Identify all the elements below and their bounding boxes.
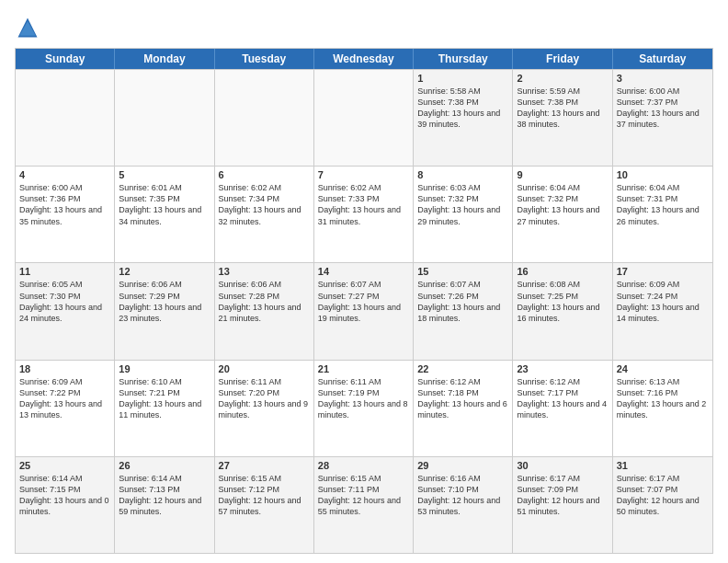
calendar-cell: 4 Sunrise: 6:00 AM Sunset: 7:36 PM Dayli… <box>16 167 115 262</box>
calendar-cell: 6 Sunrise: 6:02 AM Sunset: 7:34 PM Dayli… <box>215 167 314 262</box>
day-number: 20 <box>219 363 310 374</box>
calendar-cell: 18 Sunrise: 6:09 AM Sunset: 7:22 PM Dayl… <box>16 361 115 456</box>
calendar-cell: 9 Sunrise: 6:04 AM Sunset: 7:32 PM Dayli… <box>513 167 612 262</box>
cell-info: Sunrise: 6:00 AM Sunset: 7:37 PM Dayligh… <box>617 86 709 131</box>
calendar-cell: 30 Sunrise: 6:17 AM Sunset: 7:09 PM Dayl… <box>513 457 612 553</box>
cell-info: Sunrise: 6:01 AM Sunset: 7:35 PM Dayligh… <box>119 182 210 227</box>
cell-info: Sunrise: 6:12 AM Sunset: 7:18 PM Dayligh… <box>417 376 508 421</box>
day-number: 4 <box>19 169 110 180</box>
day-number: 21 <box>318 363 409 374</box>
calendar-cell: 22 Sunrise: 6:12 AM Sunset: 7:18 PM Dayl… <box>414 361 513 456</box>
day-number: 7 <box>318 169 409 180</box>
cell-info: Sunrise: 6:14 AM Sunset: 7:15 PM Dayligh… <box>19 473 110 518</box>
day-number: 26 <box>119 460 210 471</box>
calendar-cell: 11 Sunrise: 6:05 AM Sunset: 7:30 PM Dayl… <box>16 263 115 359</box>
page: SundayMondayTuesdayWednesdayThursdayFrid… <box>0 0 728 563</box>
day-number: 12 <box>119 266 210 277</box>
day-number: 13 <box>219 266 310 277</box>
calendar-cell: 13 Sunrise: 6:06 AM Sunset: 7:28 PM Dayl… <box>215 263 314 359</box>
day-number: 29 <box>417 460 508 471</box>
cell-info: Sunrise: 5:58 AM Sunset: 7:38 PM Dayligh… <box>417 86 508 131</box>
calendar-header: SundayMondayTuesdayWednesdayThursdayFrid… <box>16 49 712 69</box>
logo <box>15 15 44 40</box>
day-number: 15 <box>417 266 508 277</box>
weekday-header: Sunday <box>16 49 115 69</box>
calendar-cell: 24 Sunrise: 6:13 AM Sunset: 7:16 PM Dayl… <box>613 361 712 456</box>
day-number: 16 <box>517 266 608 277</box>
cell-info: Sunrise: 6:11 AM Sunset: 7:19 PM Dayligh… <box>318 376 409 421</box>
cell-info: Sunrise: 6:15 AM Sunset: 7:12 PM Dayligh… <box>219 473 310 518</box>
day-number: 28 <box>318 460 409 471</box>
weekday-header: Saturday <box>613 49 712 69</box>
cell-info: Sunrise: 6:05 AM Sunset: 7:30 PM Dayligh… <box>19 279 110 324</box>
weekday-header: Wednesday <box>314 49 414 69</box>
cell-info: Sunrise: 6:11 AM Sunset: 7:20 PM Dayligh… <box>219 376 310 421</box>
cell-info: Sunrise: 6:13 AM Sunset: 7:16 PM Dayligh… <box>617 376 709 421</box>
day-number: 6 <box>219 169 310 180</box>
cell-info: Sunrise: 6:09 AM Sunset: 7:24 PM Dayligh… <box>617 279 709 324</box>
calendar-cell: 8 Sunrise: 6:03 AM Sunset: 7:32 PM Dayli… <box>414 167 513 262</box>
day-number: 10 <box>617 169 709 180</box>
day-number: 1 <box>417 73 508 84</box>
calendar-body: 1 Sunrise: 5:58 AM Sunset: 7:38 PM Dayli… <box>16 69 712 553</box>
calendar-cell: 1 Sunrise: 5:58 AM Sunset: 7:38 PM Dayli… <box>414 70 513 166</box>
calendar-cell: 2 Sunrise: 5:59 AM Sunset: 7:38 PM Dayli… <box>513 70 612 166</box>
calendar-cell <box>314 70 414 166</box>
weekday-header: Monday <box>115 49 214 69</box>
day-number: 24 <box>617 363 709 374</box>
cell-info: Sunrise: 6:17 AM Sunset: 7:09 PM Dayligh… <box>517 473 608 518</box>
day-number: 18 <box>19 363 110 374</box>
cell-info: Sunrise: 6:10 AM Sunset: 7:21 PM Dayligh… <box>119 376 210 421</box>
day-number: 11 <box>19 266 110 277</box>
calendar-cell: 16 Sunrise: 6:08 AM Sunset: 7:25 PM Dayl… <box>513 263 612 359</box>
cell-info: Sunrise: 6:09 AM Sunset: 7:22 PM Dayligh… <box>19 376 110 421</box>
calendar-week: 4 Sunrise: 6:00 AM Sunset: 7:36 PM Dayli… <box>16 166 712 262</box>
cell-info: Sunrise: 6:06 AM Sunset: 7:28 PM Dayligh… <box>219 279 310 324</box>
weekday-header: Friday <box>513 49 612 69</box>
day-number: 31 <box>617 460 709 471</box>
cell-info: Sunrise: 6:03 AM Sunset: 7:32 PM Dayligh… <box>417 182 508 227</box>
calendar-cell: 3 Sunrise: 6:00 AM Sunset: 7:37 PM Dayli… <box>613 70 712 166</box>
calendar-cell: 15 Sunrise: 6:07 AM Sunset: 7:26 PM Dayl… <box>414 263 513 359</box>
header <box>15 15 713 40</box>
cell-info: Sunrise: 6:17 AM Sunset: 7:07 PM Dayligh… <box>617 473 709 518</box>
calendar-cell: 7 Sunrise: 6:02 AM Sunset: 7:33 PM Dayli… <box>314 167 414 262</box>
day-number: 5 <box>119 169 210 180</box>
cell-info: Sunrise: 6:15 AM Sunset: 7:11 PM Dayligh… <box>318 473 409 518</box>
day-number: 3 <box>617 73 709 84</box>
calendar-cell: 17 Sunrise: 6:09 AM Sunset: 7:24 PM Dayl… <box>613 263 712 359</box>
cell-info: Sunrise: 6:04 AM Sunset: 7:32 PM Dayligh… <box>517 182 608 227</box>
cell-info: Sunrise: 6:12 AM Sunset: 7:17 PM Dayligh… <box>517 376 608 421</box>
calendar-cell: 31 Sunrise: 6:17 AM Sunset: 7:07 PM Dayl… <box>613 457 712 553</box>
calendar-week: 1 Sunrise: 5:58 AM Sunset: 7:38 PM Dayli… <box>16 69 712 166</box>
cell-info: Sunrise: 5:59 AM Sunset: 7:38 PM Dayligh… <box>517 86 608 131</box>
cell-info: Sunrise: 6:02 AM Sunset: 7:33 PM Dayligh… <box>318 182 409 227</box>
day-number: 8 <box>417 169 508 180</box>
calendar-cell: 28 Sunrise: 6:15 AM Sunset: 7:11 PM Dayl… <box>314 457 414 553</box>
day-number: 23 <box>517 363 608 374</box>
calendar-cell: 20 Sunrise: 6:11 AM Sunset: 7:20 PM Dayl… <box>215 361 314 456</box>
calendar-cell: 29 Sunrise: 6:16 AM Sunset: 7:10 PM Dayl… <box>414 457 513 553</box>
calendar-cell: 25 Sunrise: 6:14 AM Sunset: 7:15 PM Dayl… <box>16 457 115 553</box>
day-number: 22 <box>417 363 508 374</box>
calendar: SundayMondayTuesdayWednesdayThursdayFrid… <box>15 48 713 554</box>
calendar-cell: 19 Sunrise: 6:10 AM Sunset: 7:21 PM Dayl… <box>115 361 214 456</box>
calendar-week: 11 Sunrise: 6:05 AM Sunset: 7:30 PM Dayl… <box>16 262 712 359</box>
day-number: 27 <box>219 460 310 471</box>
cell-info: Sunrise: 6:16 AM Sunset: 7:10 PM Dayligh… <box>417 473 508 518</box>
cell-info: Sunrise: 6:07 AM Sunset: 7:27 PM Dayligh… <box>318 279 409 324</box>
cell-info: Sunrise: 6:00 AM Sunset: 7:36 PM Dayligh… <box>19 182 110 227</box>
day-number: 9 <box>517 169 608 180</box>
weekday-header: Tuesday <box>215 49 314 69</box>
cell-info: Sunrise: 6:04 AM Sunset: 7:31 PM Dayligh… <box>617 182 709 227</box>
cell-info: Sunrise: 6:14 AM Sunset: 7:13 PM Dayligh… <box>119 473 210 518</box>
day-number: 14 <box>318 266 409 277</box>
calendar-cell: 14 Sunrise: 6:07 AM Sunset: 7:27 PM Dayl… <box>314 263 414 359</box>
svg-marker-1 <box>19 21 36 36</box>
calendar-cell <box>215 70 314 166</box>
calendar-cell: 27 Sunrise: 6:15 AM Sunset: 7:12 PM Dayl… <box>215 457 314 553</box>
cell-info: Sunrise: 6:06 AM Sunset: 7:29 PM Dayligh… <box>119 279 210 324</box>
day-number: 30 <box>517 460 608 471</box>
day-number: 25 <box>19 460 110 471</box>
logo-icon <box>15 15 40 40</box>
